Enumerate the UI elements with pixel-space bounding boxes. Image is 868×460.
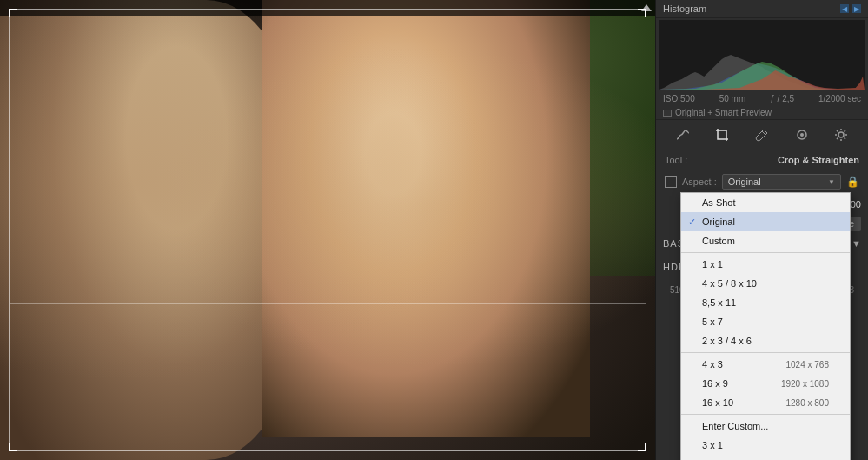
separator-2 <box>681 352 850 353</box>
photo-overlay <box>0 0 655 460</box>
exif-focal: 50 mm <box>719 94 746 103</box>
2x3-label: 2 x 3 / 4 x 6 <box>702 336 752 346</box>
custom-label: Custom <box>702 236 735 246</box>
tone-curve-btn[interactable] <box>671 125 695 144</box>
histogram-title: Histogram <box>663 3 706 14</box>
dropdown-item-3x1[interactable]: 3 x 1 <box>681 436 850 455</box>
photo-background <box>0 0 655 460</box>
expand-icon[interactable]: ▼ <box>851 238 861 249</box>
4x5-label: 4 x 5 / 8 x 10 <box>702 278 757 289</box>
aspect-value: Original <box>728 177 761 187</box>
dropdown-item-custom[interactable]: Custom <box>681 231 850 250</box>
16x10-res: 1280 x 800 <box>786 398 830 408</box>
right-panel: Histogram ◀ ▶ ISO 500 50 mm ƒ / 2,5 1/20… <box>655 0 868 460</box>
histogram-header: Histogram ◀ ▶ <box>656 0 868 18</box>
exif-bar: ISO 500 50 mm ƒ / 2,5 1/2000 sec <box>656 91 868 106</box>
exif-shutter: 1/2000 sec <box>818 94 861 103</box>
dropdown-item-16x10[interactable]: 16 x 10 1280 x 800 <box>681 393 850 412</box>
16x9-res: 1920 x 1080 <box>781 379 829 389</box>
dropdown-item-8.5x11[interactable]: 8,5 x 11 <box>681 293 850 312</box>
heal-btn[interactable] <box>750 125 774 144</box>
dropdown-menu[interactable]: As Shot ✓ Original Custom 1 x 1 4 x 5 / … <box>680 192 851 460</box>
exif-iso: ISO 500 <box>663 94 695 103</box>
crop-tool-btn[interactable] <box>710 125 734 144</box>
3x1-label: 3 x 1 <box>702 440 723 450</box>
eye-icon <box>795 128 809 142</box>
as-shot-label: As Shot <box>702 197 736 208</box>
sliders-icon <box>676 128 690 142</box>
separator-1 <box>681 252 850 253</box>
dropdown-item-4x3[interactable]: 4 x 3 1024 x 768 <box>681 355 850 374</box>
16x9-label: 16 x 9 <box>702 378 728 389</box>
5x7-label: 5 x 7 <box>702 317 723 327</box>
aspect-label: Aspect : <box>682 177 717 187</box>
dropdown-item-original[interactable]: ✓ Original <box>681 212 850 231</box>
crop-icon-small <box>665 176 677 188</box>
histogram-chart <box>659 20 865 90</box>
dropdown-item-1x1[interactable]: 1 x 1 <box>681 255 850 274</box>
exif-aperture: ƒ / 2,5 <box>770 94 794 103</box>
tool-icons-row <box>656 119 868 150</box>
svg-point-1 <box>800 133 804 137</box>
dropdown-item-16x9[interactable]: 16 x 9 1920 x 1080 <box>681 374 850 393</box>
brush-icon <box>755 128 769 142</box>
dropdown-item-enter-custom[interactable]: Enter Custom... <box>681 417 850 436</box>
original-label: Original <box>702 217 735 227</box>
enter-custom-label: Enter Custom... <box>702 421 768 431</box>
highlight-clip-btn[interactable]: ▶ <box>852 4 861 13</box>
dropdown-item-as-shot[interactable]: As Shot <box>681 193 850 212</box>
settings-btn[interactable] <box>829 125 853 144</box>
histogram-svg <box>659 20 865 90</box>
checkmark-icon: ✓ <box>688 217 696 228</box>
svg-point-2 <box>838 132 844 137</box>
tool-label-row: Tool : Crop & Straighten <box>656 150 868 170</box>
16x10-label: 16 x 10 <box>702 397 733 408</box>
gear-icon <box>834 128 848 142</box>
crop-icon <box>715 128 729 142</box>
8.5x11-label: 8,5 x 11 <box>702 297 736 308</box>
dropdown-arrow-icon: ▼ <box>828 178 835 186</box>
dropdown-item-2x3[interactable]: 2 x 3 / 4 x 6 <box>681 331 850 350</box>
separator-3 <box>681 414 850 415</box>
preview-bar: Original + Smart Preview <box>656 106 868 119</box>
histogram-arrows: ◀ ▶ <box>840 4 861 13</box>
filter-btn[interactable] <box>790 125 814 144</box>
1x1-label: 1 x 1 <box>702 259 723 270</box>
aspect-dropdown[interactable]: Original ▼ <box>722 174 841 190</box>
preview-icon <box>663 110 672 117</box>
preview-label: Original + Smart Preview <box>675 108 772 117</box>
lock-icon[interactable]: 🔒 <box>846 176 859 188</box>
dropdown-item-4x5[interactable]: 4 x 5 / 8 x 10 <box>681 274 850 293</box>
4x3-label: 4 x 3 <box>702 359 723 370</box>
dropdown-item-5x7[interactable]: 5 x 7 <box>681 312 850 331</box>
tool-label: Tool : <box>665 155 687 165</box>
dropdown-item-6x4[interactable]: 6 x 4 <box>681 455 850 460</box>
photo-area <box>0 0 655 460</box>
triangle-icon <box>641 4 652 11</box>
4x3-res: 1024 x 768 <box>786 360 830 370</box>
aspect-row: Aspect : Original ▼ 🔒 As Shot ✓ Original… <box>656 170 868 194</box>
tool-value: Crop & Straighten <box>778 155 859 165</box>
shadow-clip-btn[interactable]: ◀ <box>840 4 849 13</box>
photo-top-bar <box>0 0 655 16</box>
